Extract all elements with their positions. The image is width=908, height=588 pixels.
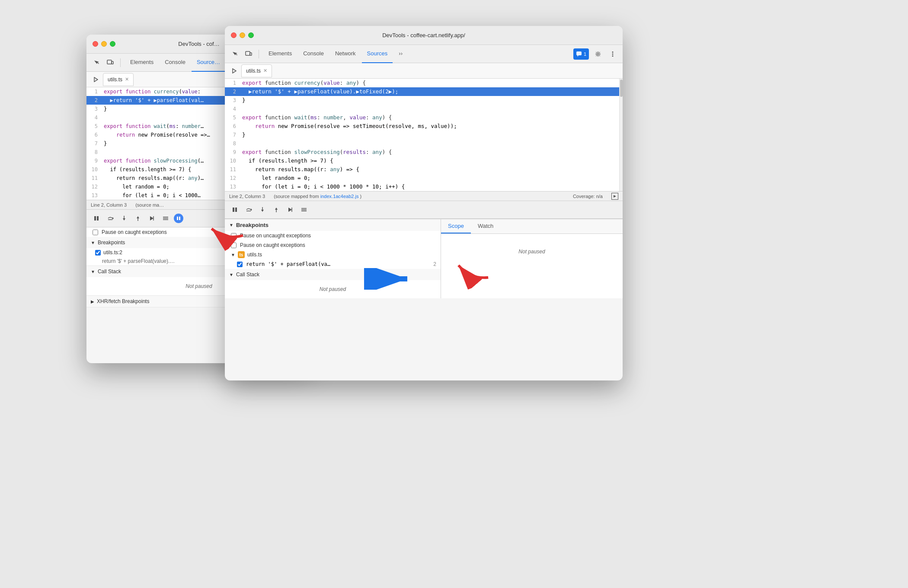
svg-rect-18 <box>246 51 250 55</box>
front-device-icon[interactable] <box>243 48 254 60</box>
front-line-8: 8 <box>225 139 619 148</box>
front-scrollbar-thumb[interactable] <box>620 80 623 97</box>
front-close-button[interactable] <box>231 32 237 38</box>
back-continue-btn[interactable] <box>146 213 157 224</box>
back-step-out-btn[interactable] <box>132 213 144 224</box>
back-step-over-btn[interactable] <box>105 213 116 224</box>
front-play-icon[interactable] <box>228 65 240 77</box>
svg-marker-10 <box>137 216 139 218</box>
svg-rect-0 <box>107 60 112 64</box>
front-line-7: 7 } <box>225 131 619 139</box>
back-step-into-btn[interactable] <box>118 213 130 224</box>
svg-rect-28 <box>233 208 234 212</box>
front-settings-icon[interactable] <box>592 48 604 60</box>
front-tab-sources[interactable]: Sources <box>362 45 393 63</box>
back-tab-console[interactable]: Console <box>160 54 191 72</box>
front-file-tab-bar: utils.ts ✕ <box>225 63 623 79</box>
back-file-tab-name: utils.ts <box>108 77 122 83</box>
front-cs-header-label: Call Stack <box>236 272 259 278</box>
front-status-position: Line 2, Column 3 <box>229 194 265 199</box>
front-line-4: 4 <box>225 105 619 113</box>
back-bp-header-label: Breakpoints <box>98 240 125 246</box>
svg-rect-29 <box>235 208 237 212</box>
svg-rect-19 <box>250 53 252 55</box>
back-play-icon[interactable] <box>90 74 101 85</box>
front-tab-elements[interactable]: Elements <box>263 45 297 63</box>
front-pause-btn[interactable] <box>229 204 240 215</box>
svg-rect-16 <box>177 217 178 220</box>
front-maximize-button[interactable] <box>248 32 254 38</box>
back-minimize-button[interactable] <box>101 41 107 47</box>
back-pause-blue-btn[interactable] <box>174 214 183 223</box>
svg-rect-20 <box>576 51 582 55</box>
back-status-position: Line 2, Column 3 <box>91 202 127 208</box>
front-pause-caught-row: Pause on caught exceptions <box>225 240 441 250</box>
front-line-5: 5 export function wait(ms: number, value… <box>225 113 619 122</box>
front-status-right: (source mapped from index.1ac4eab2.js ) <box>274 194 361 199</box>
front-callstack-header[interactable]: ▼ Call Stack <box>225 269 441 280</box>
back-status-right: (source ma… <box>135 202 164 208</box>
svg-marker-8 <box>123 218 125 220</box>
front-tab-network[interactable]: Network <box>330 45 361 63</box>
front-bp-item-line: 2 <box>433 261 436 267</box>
back-pause-caught-checkbox[interactable] <box>93 230 98 235</box>
front-more-icon[interactable] <box>607 48 618 60</box>
front-bp-file-header: ▼ ts utils.ts <box>225 250 441 259</box>
back-cursor-icon[interactable] <box>91 57 102 68</box>
front-breakpoints-panel: ▼ Breakpoints Pause on uncaught exceptio… <box>225 219 441 298</box>
front-scrollbar[interactable] <box>619 79 623 191</box>
front-line-9: 9 export function slowProcessing(results… <box>225 148 619 157</box>
front-tab-console[interactable]: Console <box>298 45 329 63</box>
front-chat-btn[interactable]: 1 <box>573 48 589 60</box>
front-line-2-highlighted: 2 ▶return '$' + ▶parseFloat(value).▶toFi… <box>225 87 619 96</box>
front-bp-item-row: return '$' + parseFloat(va… 2 <box>225 259 441 269</box>
back-deactivate-btn[interactable] <box>160 213 171 224</box>
front-file-tab-utils[interactable]: utils.ts ✕ <box>241 64 272 77</box>
back-window-title: DevTools - cof… <box>178 41 219 47</box>
front-pause-caught-label: Pause on caught exceptions <box>240 242 305 248</box>
back-maximize-button[interactable] <box>110 41 115 47</box>
svg-rect-1 <box>112 61 113 64</box>
front-step-out-btn[interactable] <box>271 204 282 215</box>
front-bp-item-checkbox[interactable] <box>237 262 243 267</box>
back-file-tab-utils[interactable]: utils.ts ✕ <box>103 73 134 86</box>
front-coverage-icon[interactable] <box>611 193 618 200</box>
back-bp-triangle: ▼ <box>91 240 95 245</box>
front-bp-section-header[interactable]: ▼ Breakpoints <box>225 219 441 231</box>
front-step-into-btn[interactable] <box>257 204 268 215</box>
svg-marker-2 <box>94 77 98 82</box>
front-title-bar: DevTools - coffee-cart.netlify.app/ <box>225 26 623 45</box>
back-traffic-lights <box>93 41 115 47</box>
front-tab-more[interactable]: ›› <box>393 45 408 63</box>
front-watch-tab[interactable]: Watch <box>471 219 500 233</box>
back-tabs: Elements Console Source… <box>125 54 225 72</box>
front-cursor-icon[interactable] <box>229 48 240 60</box>
back-tab-sources[interactable]: Source… <box>192 54 225 72</box>
front-minimize-button[interactable] <box>240 32 245 38</box>
back-device-icon[interactable] <box>105 57 116 68</box>
front-file-tab-close[interactable]: ✕ <box>263 68 267 74</box>
back-close-button[interactable] <box>93 41 98 47</box>
svg-marker-11 <box>150 216 153 220</box>
front-bp-file-triangle: ▼ <box>231 252 235 257</box>
back-tab-elements[interactable]: Elements <box>125 54 159 72</box>
front-deactivate-btn[interactable] <box>298 204 310 215</box>
back-bp-utils-checkbox[interactable] <box>95 250 101 256</box>
svg-point-24 <box>612 53 614 54</box>
front-pause-caught-checkbox[interactable] <box>231 243 237 248</box>
svg-rect-17 <box>179 217 180 220</box>
front-step-over-btn[interactable] <box>243 204 254 215</box>
front-tabs: Elements Console Network Sources ›› <box>263 45 408 63</box>
front-continue-btn[interactable] <box>285 204 296 215</box>
back-pause-btn[interactable] <box>91 213 102 224</box>
front-scope-not-paused: Not paused <box>441 243 623 261</box>
front-code-editor[interactable]: 1 export function currency(value: any) {… <box>225 79 619 191</box>
back-file-tab-close[interactable]: ✕ <box>125 77 129 82</box>
front-bp-file-name: utils.ts <box>247 252 262 258</box>
front-status-link[interactable]: index.1ac4eab2.js <box>320 194 359 199</box>
svg-marker-33 <box>261 210 264 212</box>
front-pause-uncaught-label: Pause on uncaught exceptions <box>240 233 311 239</box>
front-pause-uncaught-checkbox[interactable] <box>231 233 237 239</box>
front-scope-tab[interactable]: Scope <box>441 219 471 233</box>
front-bp-header-label: Breakpoints <box>236 222 269 228</box>
